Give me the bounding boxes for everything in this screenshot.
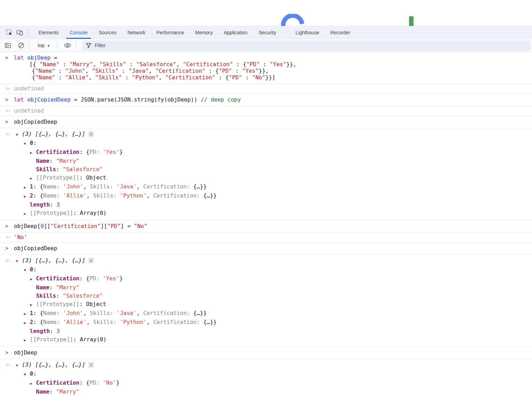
- tab-security[interactable]: Security: [253, 26, 282, 39]
- console-sidebar-button[interactable]: [3, 41, 13, 50]
- expand-arrow-icon[interactable]: ▶: [30, 379, 36, 388]
- token: "PD": [219, 68, 232, 74]
- clear-console-icon: [18, 42, 25, 49]
- expand-arrow-icon[interactable]: ▶: [24, 319, 30, 327]
- token: 'Allie': [63, 192, 86, 199]
- expand-arrow-icon[interactable]: ▶: [24, 183, 30, 192]
- expand-arrow-icon[interactable]: ▶: [24, 336, 30, 344]
- tree-row: length: 3: [0, 327, 532, 335]
- tab-lighthouse[interactable]: Lighthouse: [290, 26, 325, 39]
- context-selector[interactable]: top ▼: [32, 42, 52, 49]
- console-entry-result: ‹·undefined: [0, 84, 532, 94]
- token: :: [33, 140, 37, 146]
- tree-row: ▼0:: [0, 139, 532, 148]
- info-badge[interactable]: i: [88, 362, 94, 368]
- token: 'Java': [117, 310, 137, 316]
- token: undefined: [14, 85, 44, 92]
- collapse-arrow-icon[interactable]: ▼: [24, 266, 30, 274]
- clear-console-button[interactable]: [16, 41, 26, 50]
- expand-arrow-icon[interactable]: ▶: [24, 210, 30, 218]
- info-badge[interactable]: i: [88, 258, 94, 263]
- token: [[Prototype]]: [30, 336, 73, 343]
- tab-memory[interactable]: Memory: [190, 26, 219, 39]
- devtools-tabs: ElementsConsoleSourcesNetworkPerformance…: [33, 26, 356, 39]
- console-entry-tree: ‹·▼(3) [{…}, {…}, {…}]i▼0:▶Certification…: [0, 128, 532, 220]
- token: "Salesforce": [63, 292, 103, 299]
- token: [24, 96, 27, 103]
- token: ,: [87, 192, 93, 199]
- tree-row: ▶Certification: {PD: 'Yes'}: [0, 274, 532, 283]
- collapse-arrow-icon[interactable]: ▼: [16, 131, 22, 139]
- token: =: [51, 54, 57, 61]
- expand-arrow-icon[interactable]: ▶: [30, 149, 36, 157]
- token: [[Prototype]]: [36, 301, 79, 307]
- expand-arrow-icon[interactable]: ▶: [24, 310, 30, 318]
- token: {: [32, 68, 35, 74]
- filter-box[interactable]: [82, 41, 531, 51]
- token: "Yes": [242, 68, 259, 74]
- tab-recorder[interactable]: Recorder: [325, 26, 356, 39]
- token: = JSON.parse(JSON.stringify(objDeep)): [71, 96, 201, 103]
- token: : {: [233, 61, 247, 68]
- tree-row: length: 3: [0, 201, 532, 209]
- device-toolbar-button[interactable]: [15, 28, 25, 37]
- expand-arrow-icon[interactable]: ▶: [24, 192, 30, 201]
- token: [99, 149, 103, 155]
- token: "Python": [132, 74, 159, 81]
- tab-elements[interactable]: Elements: [33, 26, 64, 39]
- token: Certification:: [143, 183, 190, 190]
- token: "Skills": [95, 74, 122, 81]
- collapse-arrow-icon[interactable]: ▼: [16, 257, 22, 265]
- expand-arrow-icon[interactable]: ▶: [30, 174, 36, 183]
- console-code-line: let objCopiedDeep = JSON.parse(JSON.stri…: [14, 96, 532, 103]
- token: "Salesforce": [136, 61, 176, 68]
- token: "Yes": [270, 61, 286, 68]
- token: Name: [36, 388, 50, 395]
- token: [60, 310, 63, 316]
- expand-arrow-icon[interactable]: ▶: [30, 301, 36, 309]
- console-input-text: objCopiedDeep: [14, 119, 532, 125]
- console-log: >let objDeep =[{ "Name" : "Marry", "Skil…: [0, 52, 532, 395]
- tree-row: Skills: "Salesforce": [0, 292, 532, 300]
- token: ,: [147, 319, 153, 325]
- token: :: [242, 74, 252, 81]
- token: [{: [29, 61, 39, 68]
- expand-arrow-icon[interactable]: ▶: [30, 275, 36, 283]
- token: Certification: [36, 275, 79, 282]
- tree-row: ▶[[Prototype]]: Array(0): [0, 209, 532, 218]
- token: : {: [33, 192, 43, 199]
- info-badge[interactable]: i: [88, 131, 94, 137]
- token: 1: [30, 183, 33, 190]
- token: "Skills": [99, 61, 126, 68]
- page-chart-arc: [281, 14, 305, 26]
- collapse-arrow-icon[interactable]: ▼: [16, 361, 22, 370]
- tree-row: ▶[[Prototype]]: Array(0): [0, 335, 532, 344]
- inspect-cursor-icon: [6, 29, 13, 36]
- live-expression-button[interactable]: [62, 41, 73, 50]
- tab-network[interactable]: Network: [122, 26, 151, 39]
- console-prompt-icon: >: [5, 97, 8, 103]
- tab-sources[interactable]: Sources: [93, 26, 122, 39]
- token: "Marry": [56, 158, 79, 164]
- tab-performance[interactable]: Performance: [151, 26, 189, 39]
- collapse-arrow-icon[interactable]: ▼: [24, 140, 30, 148]
- token: let: [14, 54, 24, 61]
- token: PD:: [89, 149, 99, 155]
- tab-application[interactable]: Application: [218, 26, 253, 39]
- tab-console[interactable]: Console: [64, 26, 93, 39]
- collapse-arrow-icon[interactable]: ▼: [24, 370, 30, 379]
- inspect-element-button[interactable]: [4, 28, 15, 37]
- token: [60, 319, 63, 325]
- filter-input[interactable]: [95, 43, 198, 48]
- console-input-text: let objCopiedDeep = JSON.parse(JSON.stri…: [14, 96, 532, 103]
- console-entry-input: >objCopiedDeep: [0, 243, 532, 255]
- tree-row: ▶[[Prototype]]: Object: [0, 300, 532, 309]
- token: // deep copy: [201, 96, 241, 103]
- token: "PD": [246, 61, 260, 68]
- token: objDeep: [27, 54, 51, 61]
- token: {…}}: [190, 310, 206, 316]
- token: ][: [44, 223, 51, 229]
- token: :: [122, 74, 132, 81]
- token: :: [56, 166, 63, 173]
- token: : {: [33, 310, 43, 316]
